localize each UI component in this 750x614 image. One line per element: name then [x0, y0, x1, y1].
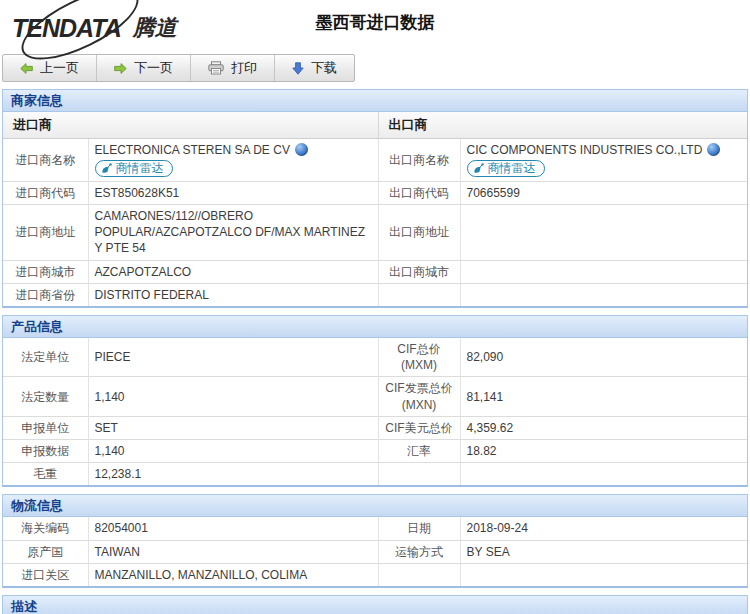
- exporter-name-cell: CIC COMPONENTS INDUSTRIES CO.,LTD 商情雷达: [460, 138, 747, 181]
- product-section-header: 产品信息: [3, 316, 747, 338]
- table-row: 海关编码 82054001 日期 2018-09-24: [3, 517, 747, 540]
- field-label: 申报单位: [3, 416, 88, 439]
- toolbar-row: 上一页 下一页 打印 下载: [0, 52, 750, 86]
- field-label: 进口商省份: [3, 283, 88, 306]
- merchant-table: 进口商 出口商 进口商名称 ELECTRONICA STEREN SA DE C…: [3, 112, 747, 306]
- field-label: 海关编码: [3, 517, 88, 540]
- field-label: 进口商代码: [3, 181, 88, 204]
- date-value: 2018-09-24: [460, 517, 747, 540]
- field-label: 申报数据: [3, 439, 88, 462]
- cif-total-mxm-value: 82,090: [460, 338, 747, 377]
- prev-page-label: 上一页: [40, 59, 79, 77]
- field-label: 出口商城市: [378, 260, 460, 283]
- exporter-code-value: 70665599: [460, 181, 747, 204]
- field-label: 进口关区: [3, 563, 88, 586]
- declared-data-value: 1,140: [88, 439, 378, 462]
- next-page-label: 下一页: [134, 59, 173, 77]
- importer-code-value: EST850628K51: [88, 181, 378, 204]
- radar-badge-label: 商情雷达: [116, 160, 164, 176]
- product-info-panel: 产品信息 法定单位 PIECE CIF总价 (MXM) 82,090 法定数量 …: [2, 315, 748, 487]
- exporter-name: CIC COMPONENTS INDUSTRIES CO.,LTD: [467, 142, 703, 158]
- legal-qty-value: 1,140: [88, 377, 378, 416]
- page-header: TENDATA 腾道 墨西哥进口数据: [0, 0, 750, 52]
- toolbar: 上一页 下一页 打印 下载: [2, 54, 355, 82]
- page-title: 墨西哥进口数据: [0, 11, 750, 34]
- print-label: 打印: [231, 59, 257, 77]
- satellite-dish-icon: [101, 162, 113, 174]
- table-row: 申报数据 1,140 汇率 18.82: [3, 439, 747, 462]
- field-label: [378, 463, 460, 486]
- radar-badge[interactable]: 商情雷达: [467, 160, 545, 177]
- field-label: 出口商代码: [378, 181, 460, 204]
- field-label: [378, 563, 460, 586]
- field-label: 进口商城市: [3, 260, 88, 283]
- table-row: 进口商城市 AZCAPOTZALCO 出口商城市: [3, 260, 747, 283]
- print-button[interactable]: 打印: [191, 55, 275, 81]
- field-label: 进口商地址: [3, 205, 88, 261]
- exchange-rate-value: 18.82: [460, 439, 747, 462]
- field-label: 法定单位: [3, 338, 88, 377]
- download-label: 下载: [311, 59, 337, 77]
- next-page-button[interactable]: 下一页: [97, 55, 191, 81]
- field-label: 汇率: [378, 439, 460, 462]
- legal-unit-value: PIECE: [88, 338, 378, 377]
- table-row: 进口关区 MANZANILLO, MANZANILLO, COLIMA: [3, 563, 747, 586]
- exporter-column-header: 出口商: [378, 112, 747, 138]
- satellite-dish-icon: [473, 162, 485, 174]
- logistics-table: 海关编码 82054001 日期 2018-09-24 原产国 TAIWAN 运…: [3, 517, 747, 586]
- description-panel: 描述 产品描述 JUEGO DE REPARACION COMPATIBLE C…: [2, 595, 748, 614]
- table-row: 毛重 12,238.1: [3, 463, 747, 486]
- green-arrow-right-icon: [114, 62, 127, 75]
- logistics-info-panel: 物流信息 海关编码 82054001 日期 2018-09-24 原产国 TAI…: [2, 494, 748, 588]
- table-row: 法定单位 PIECE CIF总价 (MXM) 82,090: [3, 338, 747, 377]
- table-row: 原产国 TAIWAN 运输方式 BY SEA: [3, 540, 747, 563]
- empty-cell: [460, 283, 747, 306]
- origin-country-value: TAIWAN: [88, 540, 378, 563]
- printer-icon: [208, 61, 224, 75]
- field-label: [378, 283, 460, 306]
- field-label: CIF发票总价 (MXN): [378, 377, 460, 416]
- field-label: 出口商名称: [378, 138, 460, 181]
- radar-badge-label: 商情雷达: [488, 160, 536, 176]
- importer-city-value: AZCAPOTZALCO: [88, 260, 378, 283]
- field-label: 出口商地址: [378, 205, 460, 261]
- empty-cell: [460, 463, 747, 486]
- table-row: 法定数量 1,140 CIF发票总价 (MXN) 81,141: [3, 377, 747, 416]
- product-table: 法定单位 PIECE CIF总价 (MXM) 82,090 法定数量 1,140…: [3, 338, 747, 485]
- logistics-section-header: 物流信息: [3, 495, 747, 517]
- field-label: CIF总价 (MXM): [378, 338, 460, 377]
- green-arrow-left-icon: [20, 62, 33, 75]
- hs-code-value: 82054001: [88, 517, 378, 540]
- field-label: 原产国: [3, 540, 88, 563]
- importer-name: ELECTRONICA STEREN SA DE CV: [95, 142, 290, 158]
- field-label: 日期: [378, 517, 460, 540]
- blue-arrow-down-icon: [292, 62, 304, 75]
- import-customs-value: MANZANILLO, MANZANILLO, COLIMA: [88, 563, 378, 586]
- globe-icon[interactable]: [707, 143, 720, 156]
- declared-unit-value: SET: [88, 416, 378, 439]
- table-row: 进口商名称 ELECTRONICA STEREN SA DE CV 商情雷达 出…: [3, 138, 747, 181]
- field-label: 毛重: [3, 463, 88, 486]
- transport-mode-value: BY SEA: [460, 540, 747, 563]
- field-label: CIF美元总价: [378, 416, 460, 439]
- field-label: 法定数量: [3, 377, 88, 416]
- globe-icon[interactable]: [295, 143, 308, 156]
- merchant-info-panel: 商家信息 进口商 出口商 进口商名称 ELECTRONICA STEREN SA…: [2, 89, 748, 308]
- exporter-address-value: [460, 205, 747, 261]
- table-row: 进口商省份 DISTRITO FEDERAL: [3, 283, 747, 306]
- merchant-section-header: 商家信息: [3, 90, 747, 112]
- radar-badge[interactable]: 商情雷达: [95, 160, 173, 177]
- prev-page-button[interactable]: 上一页: [3, 55, 97, 81]
- cif-usd-total-value: 4,359.62: [460, 416, 747, 439]
- empty-cell: [460, 563, 747, 586]
- importer-province-value: DISTRITO FEDERAL: [88, 283, 378, 306]
- description-section-header: 描述: [3, 596, 747, 614]
- gross-weight-value: 12,238.1: [88, 463, 378, 486]
- download-button[interactable]: 下载: [275, 55, 354, 81]
- table-row: 进口商地址 CAMARONES/112//OBRERO POPULAR/AZCA…: [3, 205, 747, 261]
- importer-address-value: CAMARONES/112//OBRERO POPULAR/AZCAPOTZAL…: [88, 205, 378, 261]
- table-row: 申报单位 SET CIF美元总价 4,359.62: [3, 416, 747, 439]
- field-label: 进口商名称: [3, 138, 88, 181]
- importer-name-cell: ELECTRONICA STEREN SA DE CV 商情雷达: [88, 138, 378, 181]
- table-row: 进口商代码 EST850628K51 出口商代码 70665599: [3, 181, 747, 204]
